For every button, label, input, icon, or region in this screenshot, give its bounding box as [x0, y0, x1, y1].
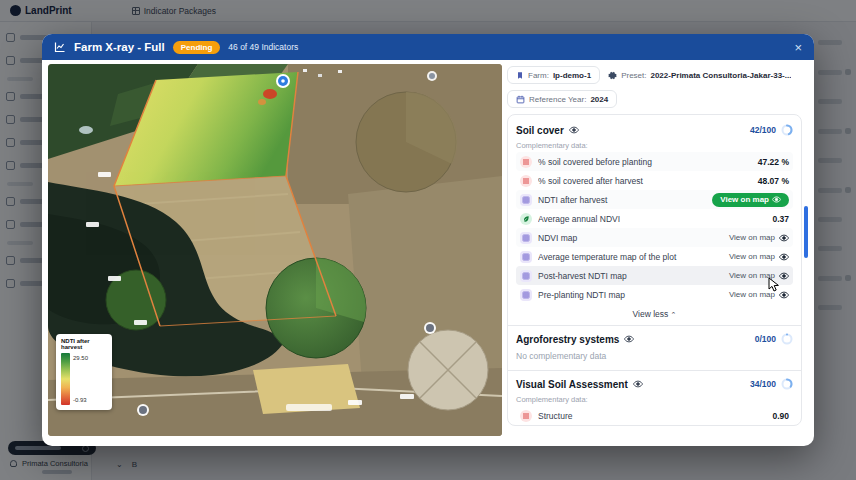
indicator-value: 0.90 — [772, 411, 789, 421]
complementary-data-label: Complementary data: — [516, 393, 793, 406]
grid-icon — [520, 289, 532, 301]
legend-gradient-bar — [61, 353, 70, 405]
view-on-map-link[interactable]: View on map — [729, 252, 789, 262]
complementary-data-label: Complementary data: — [516, 139, 793, 152]
farm-xray-modal: Farm X-ray - Full Pending 46 of 49 Indic… — [42, 34, 814, 446]
indicator-label: Structure — [538, 411, 766, 421]
eye-icon — [772, 195, 781, 204]
gear-icon — [608, 71, 617, 80]
score-ring — [781, 333, 793, 345]
satellite-map[interactable]: NDTI after harvest 29.50 -0.93 — [48, 64, 502, 436]
status-badge: Pending — [173, 41, 221, 54]
map-marker-blue — [276, 74, 290, 88]
section-title: Visual Soil Assessment — [516, 379, 628, 390]
indicator-count: 46 of 49 Indicators — [228, 42, 298, 52]
indicator-row: Pre-planting NDTI mapView on map — [516, 285, 793, 304]
grid-icon — [520, 270, 532, 282]
indicators-panel: Farm: lp-demo-1 Preset: 2022-Primata Con… — [505, 64, 808, 438]
reference-year-field[interactable]: Reference Year: 2024 — [507, 90, 617, 108]
lines-icon — [520, 175, 532, 187]
indicator-row: NDVI mapView on map — [516, 228, 793, 247]
indicator-row: NDTI after harvestView on map — [516, 190, 793, 209]
indicator-row: Average temperature map of the plotView … — [516, 247, 793, 266]
modal-body: NDTI after harvest 29.50 -0.93 Farm: lp-… — [42, 60, 814, 446]
indicator-sections: Soil cover42/100Complementary data:% soi… — [507, 114, 802, 426]
eye-icon — [624, 334, 634, 344]
indicator-label: Average temperature map of the plot — [538, 252, 723, 262]
section-score: 34/100 — [750, 379, 776, 389]
eye-icon — [779, 252, 789, 262]
preset-label: Preset: — [621, 71, 646, 80]
panel-scrollbar[interactable] — [804, 206, 808, 258]
calendar-icon — [516, 95, 525, 104]
modal-header: Farm X-ray - Full Pending 46 of 49 Indic… — [42, 34, 814, 60]
indicator-row: % soil covered before planting47.22 % — [516, 152, 793, 171]
chevron-up-icon: ⌃ — [671, 311, 677, 318]
mouse-cursor — [768, 277, 780, 293]
year-value: 2024 — [590, 95, 608, 104]
indicator-label: Average annual NDVI — [538, 214, 766, 224]
section-header: Soil cover42/100 — [516, 117, 793, 139]
section-score: 42/100 — [750, 125, 776, 135]
score-ring — [781, 378, 793, 390]
indicator-label: Post-harvest NDTI map — [538, 271, 723, 281]
score-ring — [781, 124, 793, 136]
farm-value: lp-demo-1 — [553, 71, 591, 80]
map-legend: NDTI after harvest 29.50 -0.93 — [56, 334, 112, 410]
section-header: Visual Soil Assessment34/100 — [516, 371, 793, 393]
legend-max: 29.50 — [73, 355, 88, 361]
indicator-label: NDTI after harvest — [538, 195, 706, 205]
preset-field[interactable]: Preset: 2022-Primata Consultoria-Jakar-3… — [608, 71, 791, 80]
no-data-text: No complementary data — [516, 348, 793, 370]
eye-icon — [569, 125, 579, 135]
indicator-row: Structure0.90 — [516, 406, 793, 425]
grid-icon — [520, 232, 532, 244]
indicator-label: Pre-planting NDTI map — [538, 290, 723, 300]
farm-label: Farm: — [528, 71, 549, 80]
legend-title: NDTI after harvest — [61, 338, 108, 350]
eye-icon — [779, 290, 789, 300]
indicator-label: % soil covered after harvest — [538, 176, 752, 186]
indicator-row: % soil covered after harvest48.07 % — [516, 171, 793, 190]
view-on-map-link[interactable]: View on map — [729, 233, 789, 243]
section-score: 0/100 — [755, 334, 776, 344]
eye-icon — [779, 271, 789, 281]
view-on-map-button[interactable]: View on map — [712, 193, 789, 207]
farm-field[interactable]: Farm: lp-demo-1 — [507, 66, 600, 84]
section-title: Agroforestry systems — [516, 334, 619, 345]
leaf-icon — [520, 213, 532, 225]
modal-title: Farm X-ray - Full — [74, 41, 165, 53]
indicator-row: Average annual NDVI0.37 — [516, 209, 793, 228]
lines-icon — [520, 156, 532, 168]
indicator-value: 0.37 — [772, 214, 789, 224]
view-less-button[interactable]: View less ⌃ — [516, 304, 793, 325]
grid-icon — [520, 194, 532, 206]
indicator-label: NDVI map — [538, 233, 723, 243]
legend-min: -0.93 — [73, 397, 88, 403]
indicator-value: 48.07 % — [758, 176, 789, 186]
lines-icon — [520, 410, 532, 422]
indicator-row: Post-harvest NDTI mapView on map — [516, 266, 793, 285]
close-icon[interactable]: × — [794, 41, 802, 54]
bookmark-icon — [516, 71, 524, 80]
eye-icon — [633, 379, 643, 389]
indicator-value: 47.22 % — [758, 157, 789, 167]
grid-icon — [520, 251, 532, 263]
section-header: Agroforestry systems0/100 — [516, 326, 793, 348]
map-imagery — [48, 64, 502, 436]
chart-icon — [54, 41, 66, 53]
eye-icon — [779, 233, 789, 243]
year-label: Reference Year: — [529, 95, 586, 104]
preset-value: 2022-Primata Consultoria-Jakar-33-... — [650, 71, 791, 80]
indicator-label: % soil covered before planting — [538, 157, 752, 167]
section-title: Soil cover — [516, 125, 564, 136]
